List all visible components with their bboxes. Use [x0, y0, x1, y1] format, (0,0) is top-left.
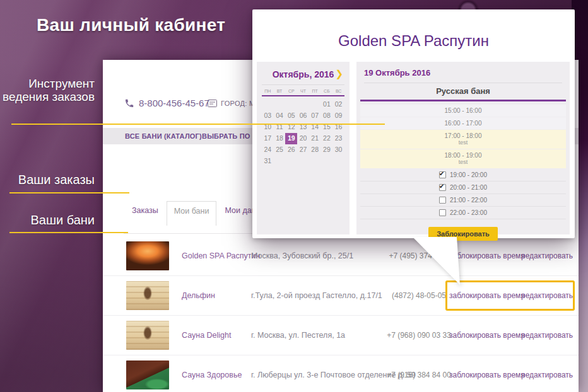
calendar-day[interactable]: 30: [332, 144, 344, 156]
annotation-line: [11, 124, 385, 125]
edit-link[interactable]: редактировать: [521, 371, 573, 379]
selected-date-label: 19 Октябрь 2016: [364, 68, 562, 78]
slot-checkbox[interactable]: [439, 209, 446, 216]
popup-title: Golden SPA Распутин: [252, 32, 575, 50]
calendar-empty-cell: [297, 99, 309, 110]
calendar-weekday-label: ЧТ: [297, 88, 309, 95]
block-time-link[interactable]: заблокировать время: [449, 291, 525, 300]
bath-address: г. Москва, ул. Пестеля, 1а: [251, 331, 345, 340]
calendar-day[interactable]: 17: [262, 133, 274, 144]
calendar-month-text: Октябрь, 2016: [273, 69, 334, 79]
checkbox-slot-row: 19:00 - 20:00: [360, 169, 566, 182]
slot-checkbox[interactable]: [439, 184, 446, 191]
edit-link[interactable]: редактировать: [521, 291, 573, 300]
bath-thumbnail[interactable]: [126, 241, 169, 270]
calendar-day[interactable]: 05: [285, 110, 297, 122]
calendar-day[interactable]: 25: [274, 144, 286, 156]
calendar-panel: Октябрь, 2016 ❯ ПНВТСРЧТПТСБВС 010203040…: [257, 62, 350, 234]
bath-thumbnail[interactable]: [126, 321, 169, 350]
calendar-day[interactable]: 08: [321, 110, 333, 122]
calendar-empty-cell: [332, 156, 344, 167]
slot-time: 17:00 - 18:00: [445, 132, 482, 139]
calendar-day[interactable]: 22: [321, 133, 333, 144]
calendar-day[interactable]: 28: [309, 144, 321, 156]
bath-name-link[interactable]: Сауна Delight: [182, 331, 231, 340]
calendar-day[interactable]: 20: [297, 133, 309, 144]
calendar-day[interactable]: 04: [274, 110, 286, 122]
slot-time: 21:00 - 22:00: [450, 197, 487, 204]
edit-link[interactable]: редактировать: [521, 331, 573, 340]
bath-thumbnail[interactable]: [126, 360, 169, 389]
screenshot-canvas: 8-800-456-45-67 ГОРОД: МОСКВА ВСЕ БАНИ (…: [0, 0, 588, 392]
bath-phone: +7 (968) 090 03 33: [379, 331, 459, 340]
calendar-day-grid: 0102030405060708091011121314151617181920…: [262, 99, 344, 167]
calendar-empty-cell: [309, 99, 321, 110]
calendar-weekday-row: ПНВТСРЧТПТСБВС: [262, 88, 344, 95]
bath-name-link[interactable]: Сауна Здоровье: [182, 371, 242, 379]
slot-checkbox[interactable]: [439, 197, 446, 204]
city-icon: [208, 100, 217, 107]
block-time-link[interactable]: заблокировать время: [449, 371, 525, 379]
calendar-day[interactable]: 01: [321, 99, 333, 110]
day-purple-rule: [360, 100, 566, 101]
calendar-day[interactable]: 29: [321, 144, 333, 156]
annotation-line: [9, 232, 128, 233]
calendar-day[interactable]: 24: [262, 144, 274, 156]
slot-time: 20:00 - 21:00: [450, 184, 487, 191]
table-row: Сауна Delight г. Москва, ул. Пестеля, 1а…: [103, 316, 579, 355]
slot-time: 16:00 - 17:00: [445, 120, 482, 127]
calendar-day[interactable]: 31: [262, 156, 274, 167]
calendar-day[interactable]: 19: [285, 133, 297, 144]
annotation-your-orders: Ваши заказы: [0, 173, 95, 187]
calendar-weekday-label: СБ: [321, 88, 333, 95]
support-phone: 8-800-456-45-67: [124, 98, 209, 108]
annotation-your-baths: Ваши бани: [0, 213, 95, 228]
tab-my-baths[interactable]: Мои бани: [167, 201, 217, 226]
time-slot-row: 18:00 - 19:00test: [360, 149, 566, 168]
annotation-line: [9, 192, 129, 193]
calendar-day[interactable]: 18: [274, 133, 286, 144]
edit-link[interactable]: редактировать: [521, 251, 573, 260]
table-row: Golden SPA Распутин Москва, Зубовский бр…: [103, 236, 579, 276]
slot-checkbox[interactable]: [439, 171, 446, 178]
calendar-day[interactable]: 21: [309, 133, 321, 144]
support-phone-number: 8-800-456-45-67: [139, 98, 209, 108]
calendar-day[interactable]: 09: [332, 110, 344, 122]
slot-note: test: [459, 159, 468, 166]
slot-time: 18:00 - 19:00: [445, 152, 482, 159]
time-slot-list: 15:00 - 16:0016:00 - 17:0017:00 - 18:00t…: [360, 105, 566, 219]
calendar-empty-cell: [285, 99, 297, 110]
page-title: Ваш личный кабинет: [37, 15, 225, 35]
calendar-day[interactable]: 26: [285, 144, 297, 156]
nav-item-catalog[interactable]: ВСЕ БАНИ (КАТАЛОГ): [125, 128, 202, 144]
calendar-weekday-label: ВС: [332, 88, 344, 95]
calendar-empty-cell: [274, 99, 286, 110]
block-time-link[interactable]: заблокировать время: [449, 331, 525, 340]
bath-phone: +7 (916) 384 84 00: [379, 371, 459, 379]
checkbox-slot-row: 20:00 - 21:00: [360, 182, 566, 194]
slot-time: 15:00 - 16:00: [445, 107, 482, 114]
calendar-day[interactable]: 06: [297, 110, 309, 122]
bath-thumbnail[interactable]: [126, 281, 169, 310]
tab-orders[interactable]: Заказы: [124, 201, 167, 220]
calendar-day[interactable]: 02: [332, 99, 344, 110]
calendar-empty-cell: [309, 156, 321, 167]
bath-name-link[interactable]: Дельфин: [182, 291, 215, 300]
calendar-empty-cell: [262, 99, 274, 110]
slot-time: 19:00 - 20:00: [450, 171, 487, 178]
time-slot-row: 15:00 - 16:00: [360, 105, 566, 117]
calendar-day[interactable]: 03: [262, 110, 274, 122]
bath-address: Москва, Зубовский бр., 25/1: [251, 251, 353, 260]
day-divider: [364, 83, 562, 83]
calendar-day[interactable]: 07: [309, 110, 321, 122]
calendar-day[interactable]: 27: [297, 144, 309, 156]
calendar-empty-cell: [297, 156, 309, 167]
bath-name-link[interactable]: Golden SPA Распутин: [182, 251, 260, 260]
calendar-day[interactable]: 23: [332, 133, 344, 144]
time-slot-row: 17:00 - 18:00test: [360, 130, 566, 149]
phone-icon: [124, 98, 134, 108]
calendar-next-icon[interactable]: ❯: [335, 68, 343, 79]
calendar-weekday-label: ПН: [262, 88, 274, 95]
bath-address: г.Тула, 2-ой проезд Гастелло, д.17/1: [251, 291, 382, 300]
annotation-orders-tool: Инструмент ведения заказов: [0, 77, 95, 103]
